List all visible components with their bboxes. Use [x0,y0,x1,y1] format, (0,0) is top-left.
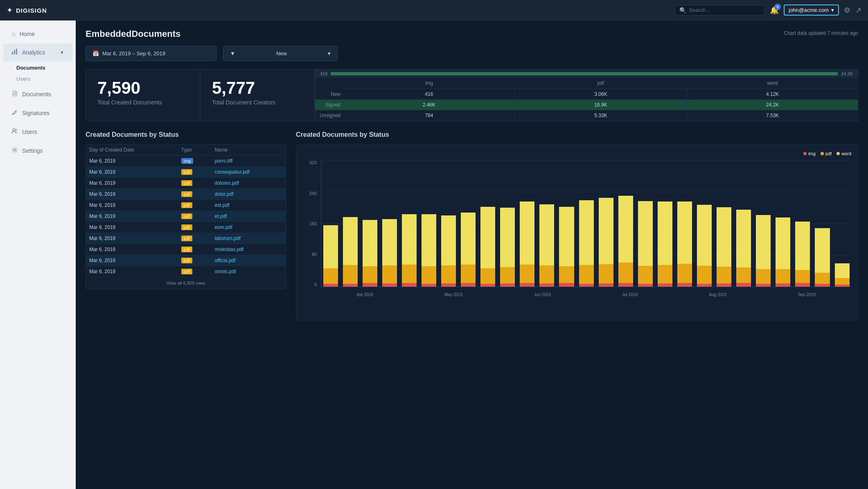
sidebar-item-users-label: Users [22,129,37,135]
chart-updated-text: Chart data updated 7 minutes ago [784,30,858,36]
bar-seg-img [500,283,515,287]
sidebar-item-settings[interactable]: Settings [3,142,72,160]
bar-seg-img [835,285,850,287]
bar-stack [599,198,613,287]
sidebar-header: ✦ DIGISIGN [0,0,76,20]
bar-seg-pdf [461,265,476,283]
bar-group [715,160,733,287]
logo-text: DIGISIGN [16,7,47,14]
grid-cell-word: 7.53K [687,110,858,121]
bar-stack [717,207,731,287]
bar-stack [402,214,417,287]
user-email: john@acme.com [789,7,829,13]
sidebar-item-users-sub[interactable]: Users [8,73,76,84]
type-badge: pdf [181,224,192,230]
notification-button[interactable]: 🔔 8 [770,6,779,15]
bar-group [794,160,812,287]
view-all-link[interactable]: View all 6,929 rows [86,277,286,289]
filter-icon: ▼ [230,50,235,57]
sidebar-item-users[interactable]: Users [3,123,72,141]
bar-stack [480,207,495,287]
bar-seg-pdf [599,264,613,283]
sidebar-item-signatures[interactable]: Signatures [3,104,72,122]
type-badge: pdf [181,169,192,175]
grid-label-unsigned: Unsigned [315,110,344,121]
bar-group [341,160,359,287]
bar-seg-pdf [835,278,850,285]
date-range-filter[interactable]: 📅 Mar 6, 2019 – Sep 6, 2019 [86,46,216,61]
bar-seg-pdf [382,265,397,283]
table-section: Created Documents by Status Day of Creat… [86,131,286,320]
bar-group [479,160,497,287]
bar-seg-word [736,210,751,267]
bar-seg-word [717,207,731,267]
documents-table: Day of Created Date Type Name Mar 6, 201… [86,145,286,277]
cell-date: Mar 6, 2019 [86,189,178,200]
bar-seg-img [422,284,436,287]
bar-group [636,160,654,287]
type-badge: pdf [181,191,192,197]
bar-seg-word [835,263,850,278]
status-filter[interactable]: ▼ New ▾ [223,46,338,61]
bar-group [833,160,851,287]
cell-date: Mar 6, 2019 [86,222,178,233]
cell-name: consequatur.pdf [211,167,286,178]
legend-label-img: img [808,151,816,156]
chart-legend: img pdf word [303,151,851,156]
type-badge: pdf [181,235,192,241]
bar-seg-pdf [618,263,633,283]
x-label: Apr 2019 [356,292,373,297]
table-row: Mar 6, 2019 img porro.tiff [86,156,286,167]
bar-seg-img [717,283,731,287]
total-creators-number: 5,777 [212,79,303,97]
bar-seg-word [363,220,377,266]
bar-seg-img [697,284,712,287]
total-docs-label: Total Created Documents [97,99,188,106]
share-button[interactable]: ↗ [855,6,861,15]
search-input[interactable] [689,7,760,13]
x-label: Jun 2019 [534,292,551,297]
bar-seg-pdf [559,266,574,283]
settings-button[interactable]: ⚙ [844,6,850,15]
bar-group [538,160,556,287]
x-label: May 2019 [444,292,462,297]
table-row: Mar 6, 2019 pdf molestias.pdf [86,244,286,255]
bar-stack [736,210,751,287]
legend-pdf: pdf [821,151,832,156]
cell-date: Mar 6, 2019 [86,178,178,189]
sidebar-item-documents-sub[interactable]: Documents [8,62,76,73]
bar-seg-word [480,207,495,268]
bar-seg-img [461,283,476,287]
grid-col-word: word [687,78,858,89]
chart-section: Created Documents by Status img pdf [296,131,858,320]
svg-point-8 [16,129,17,131]
search-box[interactable]: 🔍 [675,5,765,16]
bar-seg-pdf [480,268,495,284]
type-badge: pdf [181,202,192,208]
bar-group [597,160,615,287]
bar-group [459,160,478,287]
total-creators-card: 5,777 Total Document Creators [200,69,315,121]
bar-seg-img [343,284,358,287]
grid-label-new: New [315,89,344,100]
users-icon [11,128,18,136]
bar-seg-word [500,208,515,267]
cell-name: dolor.pdf [211,189,286,200]
bar-seg-word [658,201,672,265]
bar-seg-img [363,283,377,287]
user-menu-button[interactable]: john@acme.com ▾ [784,5,839,16]
bar-seg-pdf [520,265,534,283]
sidebar-item-documents-label: Documents [22,91,51,97]
logo-icon: ✦ [7,6,13,15]
type-badge: pdf [181,269,192,274]
type-badge: pdf [181,180,192,186]
bar-seg-img [677,283,692,287]
documents-icon [11,90,18,98]
bar-seg-img [618,283,633,287]
sidebar-item-home[interactable]: ⌂ Home [3,25,72,43]
table-row: Mar 6, 2019 pdf dolor.pdf [86,189,286,200]
bar-stack [323,225,338,287]
sidebar-item-analytics[interactable]: Analytics ▼ [3,43,72,61]
bar-seg-pdf [736,267,751,283]
sidebar-item-documents[interactable]: Documents [3,85,72,103]
